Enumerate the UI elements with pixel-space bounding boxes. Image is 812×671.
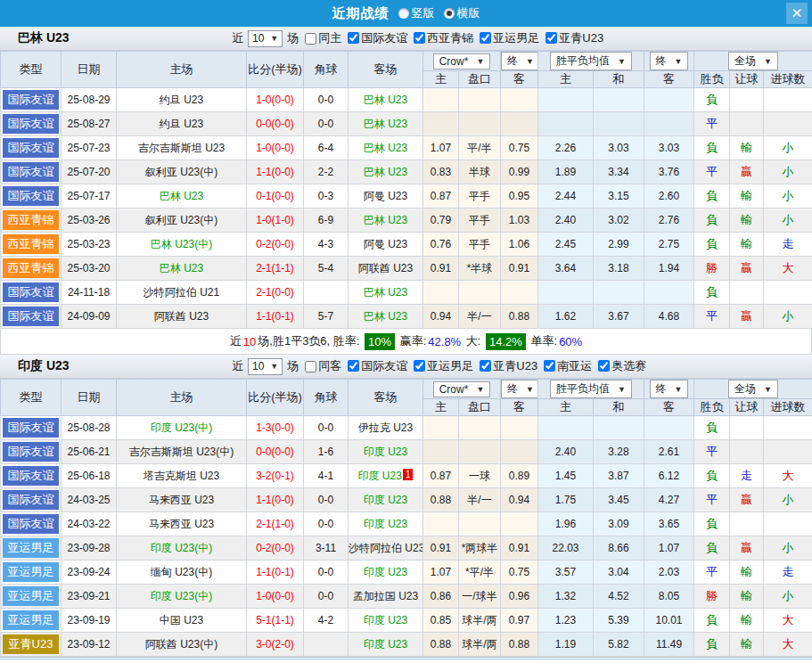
league-checkbox[interactable] <box>348 32 359 44</box>
summary-part: 42.8% <box>428 335 461 348</box>
final-odds-select[interactable]: 终▼ <box>650 380 689 398</box>
matches-table: 类型日期主场比分(半场)角球客场Crow*▼终▼胜平负均值▼终▼全场▼主盘口客主… <box>0 379 812 657</box>
league-checkbox[interactable] <box>480 360 491 372</box>
home-team-name: 吉尔吉斯斯坦 U23 <box>138 142 225 154</box>
final-odds-select[interactable]: 终▼ <box>650 52 689 70</box>
odds-source-select[interactable]: Crow*▼ <box>433 53 491 70</box>
match-count-select[interactable]: 10 ▼ <box>248 358 283 375</box>
result-handicap: 贏 <box>730 536 764 561</box>
euro-draw-odds: 3.18 <box>594 257 644 281</box>
europe-mean-select[interactable]: 胜平负均值▼ <box>550 52 632 70</box>
chevron-down-icon: ▼ <box>618 385 626 394</box>
asia-home-odds <box>423 88 459 112</box>
league-type-badge: 亚青U23 <box>3 634 59 654</box>
final-odds-select[interactable]: 终▼ <box>501 52 538 70</box>
league-filter[interactable]: 亚青U23 <box>473 358 537 374</box>
subcolumn-header: 客 <box>501 71 538 88</box>
match-score: 1-0(0-0) <box>247 88 304 112</box>
match-score: 0-2(0-0) <box>247 536 304 561</box>
league-checkbox[interactable] <box>348 360 359 372</box>
match-count-value: 10 <box>252 360 264 372</box>
away-team-name: 巴林 U23 <box>364 118 407 130</box>
league-checkbox[interactable] <box>545 32 557 44</box>
euro-away-odds: 11.49 <box>644 633 694 657</box>
summary-row: 近10场,胜1平3负6, 胜率: 10% 赢率:42.8% 大: 14.2% 单… <box>0 329 812 355</box>
asia-away-odds <box>501 112 538 136</box>
layout-radio-vertical[interactable]: 竖版 <box>398 5 435 21</box>
away-team-name: 巴林 U23 <box>364 94 407 106</box>
layout-radio-horizontal[interactable]: 横版 <box>444 5 480 21</box>
chevron-down-icon: ▼ <box>675 385 683 394</box>
league-type-badge: 西亚青锦 <box>3 210 59 230</box>
league-filter[interactable]: 西亚青锦 <box>407 30 473 46</box>
column-header: 角球 <box>304 380 349 416</box>
league-checkbox[interactable] <box>598 360 610 372</box>
match-date: 24-11-18 <box>62 281 117 305</box>
match-type: 国际友谊 <box>1 112 62 136</box>
away-team: 阿曼 U23 <box>349 233 423 257</box>
radio-icon[interactable] <box>444 8 455 19</box>
fulltime-select[interactable]: 全场▼ <box>728 52 778 70</box>
league-filter[interactable]: 南亚运 <box>537 358 592 374</box>
away-team-name: 阿联酋 U23 <box>358 262 413 274</box>
match-date: 23-09-21 <box>62 585 117 609</box>
euro-home-odds <box>538 112 594 136</box>
match-row: 国际友谊24-09-09阿联酋 U231-1(0-1)5-7巴林 U230.94… <box>1 305 812 329</box>
odds-source-select[interactable]: Crow*▼ <box>433 381 491 397</box>
same-side-checkbox[interactable] <box>305 361 316 372</box>
match-type: 国际友谊 <box>1 305 62 329</box>
column-header: 主场 <box>117 52 247 88</box>
league-filter[interactable]: 亚青U23 <box>539 30 603 46</box>
euro-home-odds: 2.40 <box>538 209 594 233</box>
same-side-filter[interactable]: 同主 <box>299 30 341 46</box>
chevron-down-icon: ▼ <box>526 385 534 394</box>
home-team: 巴林 U23(中) <box>117 233 247 257</box>
europe-mean-select[interactable]: 胜平负均值▼ <box>550 380 632 398</box>
league-checkbox[interactable] <box>480 32 491 44</box>
same-side-filter[interactable]: 同客 <box>299 358 341 374</box>
close-icon[interactable]: ✕ <box>786 3 808 24</box>
match-count-select[interactable]: 10 ▼ <box>248 30 283 47</box>
final-odds-select[interactable]: 终▼ <box>501 380 538 398</box>
result-outcome: 負 <box>694 184 730 209</box>
away-team-name: 伊拉克 U23 <box>358 421 413 434</box>
asia-handicap: 一球 <box>459 464 501 488</box>
euro-draw-odds: 3.02 <box>594 209 644 233</box>
asia-home-odds: 1.07 <box>423 561 459 585</box>
match-date: 25-08-29 <box>62 88 117 112</box>
corner-score: 0-0 <box>304 416 349 440</box>
result-outcome: 平 <box>694 561 730 585</box>
summary-part: 14.2% <box>486 333 526 350</box>
result-handicap: 贏 <box>730 488 764 512</box>
home-team: 叙利亚 U23(中) <box>117 160 247 184</box>
match-score: 5-1(1-1) <box>247 609 304 633</box>
result-goals <box>764 416 812 440</box>
asia-home-odds <box>423 512 459 536</box>
league-checkbox[interactable] <box>414 32 425 44</box>
radio-icon[interactable] <box>398 8 409 19</box>
chevron-down-icon: ▼ <box>270 362 278 371</box>
home-team-name: 沙特阿拉伯 U21 <box>144 286 219 299</box>
subcolumn-header: 主 <box>538 399 594 416</box>
result-goals <box>764 88 812 112</box>
league-filter[interactable]: 奥选赛 <box>592 358 646 374</box>
league-checkbox[interactable] <box>414 360 425 372</box>
fulltime-select[interactable]: 全场▼ <box>728 380 778 398</box>
home-team-name: 缅甸 U23(中) <box>151 566 212 578</box>
league-filter[interactable]: 亚运男足 <box>473 30 539 46</box>
match-row: 西亚青锦25-03-23巴林 U23(中)0-2(0-0)4-3阿曼 U230.… <box>1 233 812 257</box>
result-outcome: 平 <box>694 440 730 464</box>
same-side-checkbox[interactable] <box>305 33 316 45</box>
match-row: 国际友谊25-06-21吉尔吉斯斯坦 U23(中)0-0(0-0)1-6印度 U… <box>1 440 812 464</box>
result-outcome: 負 <box>694 88 730 112</box>
euro-home-odds: 2.40 <box>538 440 594 464</box>
league-checkbox[interactable] <box>544 360 555 372</box>
league-filter[interactable]: 国际友谊 <box>341 358 407 374</box>
dropdown-label: 终 <box>656 381 667 397</box>
league-filter[interactable]: 国际友谊 <box>341 30 407 46</box>
league-filter[interactable]: 亚运男足 <box>407 358 473 374</box>
corner-score: 0-0 <box>304 112 349 136</box>
euro-home-odds: 1.89 <box>538 160 594 184</box>
result-goals: 小 <box>764 488 812 512</box>
match-date: 25-03-23 <box>62 233 117 257</box>
